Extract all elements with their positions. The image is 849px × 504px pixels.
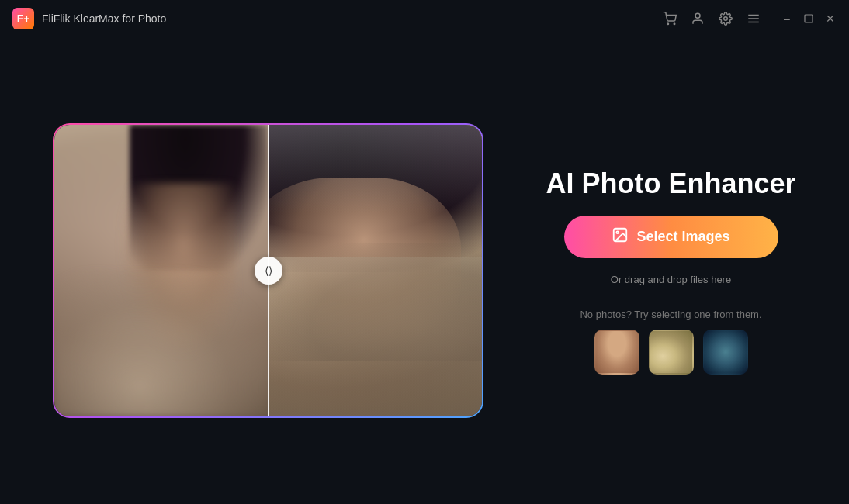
after-half <box>269 125 483 416</box>
before-half <box>54 125 269 416</box>
preview-panel: ⟨⟩ <box>53 123 483 418</box>
main-content: ⟨⟩ AI Photo Enhancer Select Images Or dr… <box>0 37 849 504</box>
sample-image-2[interactable] <box>649 330 694 375</box>
divider-handle[interactable]: ⟨⟩ <box>255 257 282 285</box>
enhancer-title: AI Photo Enhancer <box>546 167 795 200</box>
window-controls: – ✕ <box>781 12 837 25</box>
image-upload-icon <box>612 226 629 247</box>
svg-point-2 <box>695 13 700 18</box>
svg-rect-7 <box>805 15 813 22</box>
svg-point-0 <box>667 23 669 25</box>
settings-icon[interactable] <box>719 12 733 26</box>
titlebar-left: F+ FliFlik KlearMax for Photo <box>12 8 166 29</box>
titlebar: F+ FliFlik KlearMax for Photo <box>0 0 849 37</box>
sample-section: No photos? Try selecting one from them. <box>580 309 761 375</box>
divider-arrows-icon: ⟨⟩ <box>265 264 272 277</box>
close-button[interactable]: ✕ <box>824 12 837 25</box>
app-title-text: FliFlik KlearMax for Photo <box>42 12 166 25</box>
user-icon[interactable] <box>691 12 705 26</box>
after-photo-container <box>269 125 483 416</box>
select-images-label: Select Images <box>636 229 729 245</box>
maximize-button[interactable] <box>802 12 815 25</box>
minimize-button[interactable]: – <box>781 12 793 25</box>
drag-drop-text: Or drag and drop files here <box>611 274 731 285</box>
select-images-button[interactable]: Select Images <box>564 216 778 258</box>
cart-icon[interactable] <box>663 12 677 26</box>
sample-image-3[interactable] <box>703 330 748 375</box>
svg-point-9 <box>617 231 619 233</box>
sample-images-row <box>594 330 748 375</box>
sample-hint-text: No photos? Try selecting one from them. <box>580 309 761 320</box>
titlebar-right: – ✕ <box>663 12 837 26</box>
menu-icon[interactable] <box>747 12 761 26</box>
preview-inner: ⟨⟩ <box>54 125 482 416</box>
right-panel: AI Photo Enhancer Select Images Or drag … <box>546 167 795 375</box>
sample-image-1[interactable] <box>594 330 639 375</box>
svg-point-1 <box>674 23 675 25</box>
app-logo: F+ <box>12 8 34 29</box>
svg-point-3 <box>724 17 728 21</box>
